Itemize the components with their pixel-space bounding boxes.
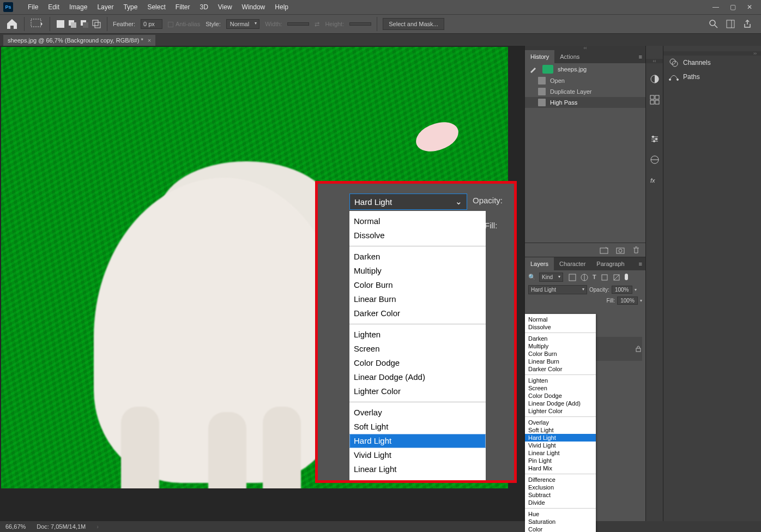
blend-option[interactable]: Multiply: [349, 264, 486, 278]
blend-option[interactable]: Color Dodge: [349, 356, 486, 370]
collapse-arrow-icon[interactable]: ››: [663, 51, 761, 56]
marquee-tool-icon[interactable]: [30, 18, 44, 30]
blend-option[interactable]: Color: [525, 525, 596, 532]
adjustments-icon[interactable]: [650, 134, 660, 144]
blend-option[interactable]: Overlay: [349, 406, 486, 420]
filter-adjustment-icon[interactable]: [581, 274, 588, 281]
style-select[interactable]: Normal ▾: [226, 19, 259, 29]
callout-blend-select[interactable]: Hard Light ⌄: [349, 194, 467, 210]
menu-file[interactable]: File: [23, 0, 43, 14]
blend-option[interactable]: Exclusion: [525, 483, 596, 491]
blend-option[interactable]: Lighten: [525, 377, 596, 384]
blend-option[interactable]: Hard Light: [349, 434, 486, 448]
blend-option[interactable]: Screen: [349, 342, 486, 356]
blend-option[interactable]: Lighter Color: [525, 407, 596, 415]
doc-size[interactable]: Doc: 7,05M/14,1M: [37, 523, 86, 530]
blend-option[interactable]: Linear Dodge (Add): [349, 370, 486, 384]
search-icon[interactable]: [709, 19, 718, 29]
menu-image[interactable]: Image: [64, 0, 92, 14]
filter-shape-icon[interactable]: [601, 274, 608, 281]
blend-option[interactable]: Linear Light: [349, 462, 486, 476]
blend-option[interactable]: Darken: [349, 250, 486, 264]
feather-input[interactable]: 0 px: [141, 19, 162, 29]
callout-blend-list[interactable]: NormalDissolveDarkenMultiplyColor BurnLi…: [349, 211, 486, 480]
layer-blend-select[interactable]: Hard Light: [528, 285, 587, 294]
color-icon[interactable]: [650, 74, 660, 84]
history-step[interactable]: Duplicate Layer: [525, 86, 645, 97]
select-and-mask-button[interactable]: Select and Mask...: [383, 18, 444, 30]
panel-menu-icon[interactable]: ≡: [636, 53, 645, 60]
blend-option[interactable]: Darker Color: [349, 306, 486, 321]
new-selection-icon[interactable]: [56, 19, 65, 29]
trash-icon[interactable]: [632, 246, 640, 254]
filter-type-icon[interactable]: T: [593, 274, 596, 281]
blend-option[interactable]: Difference: [525, 476, 596, 483]
tab-actions[interactable]: Actions: [554, 50, 585, 63]
new-snapshot-icon[interactable]: [600, 246, 608, 254]
styles-icon[interactable]: [650, 155, 660, 165]
menu-filter[interactable]: Filter: [171, 0, 195, 14]
layer-kind-select[interactable]: Kind: [539, 273, 563, 282]
fx-icon[interactable]: fx: [650, 176, 660, 185]
document-tab-close[interactable]: ×: [148, 37, 151, 44]
menu-layer[interactable]: Layer: [92, 0, 118, 14]
blend-option[interactable]: Saturation: [525, 518, 596, 525]
blend-option[interactable]: Vivid Light: [525, 442, 596, 449]
blend-option[interactable]: Linear Burn: [349, 292, 486, 306]
blend-option[interactable]: Color Burn: [349, 278, 486, 292]
menu-type[interactable]: Type: [118, 0, 142, 14]
blend-option[interactable]: Subtract: [525, 491, 596, 499]
blend-option[interactable]: Linear Burn: [525, 358, 596, 365]
home-icon[interactable]: [5, 17, 19, 31]
canvas-area[interactable]: Hard Light ⌄ Opacity: Fill: NormalDissol…: [0, 46, 524, 521]
blend-option[interactable]: Hue: [525, 510, 596, 518]
tab-character[interactable]: Character: [554, 257, 591, 270]
blend-option[interactable]: Color Burn: [525, 350, 596, 358]
collapse-arrow-icon[interactable]: ‹‹: [646, 59, 663, 63]
menu-window[interactable]: Window: [237, 0, 270, 14]
blend-option[interactable]: Soft Light: [349, 420, 486, 434]
workspace-switcher-icon[interactable]: [726, 20, 735, 28]
menu-edit[interactable]: Edit: [43, 0, 64, 14]
blend-option[interactable]: Darken: [525, 335, 596, 342]
blend-option[interactable]: Dissolve: [349, 228, 486, 243]
tab-history[interactable]: History: [525, 50, 554, 63]
panel-menu-icon[interactable]: ≡: [636, 261, 645, 267]
blend-option[interactable]: Pin Light: [525, 457, 596, 464]
subtract-selection-icon[interactable]: [80, 19, 89, 29]
tab-paragraph[interactable]: Paragraph: [591, 257, 630, 270]
document-tab[interactable]: sheeps.jpg @ 66,7% (Background copy, RGB…: [3, 35, 155, 46]
layer-row[interactable]: [596, 337, 642, 361]
blend-option[interactable]: Hard Light: [525, 434, 596, 442]
blend-option[interactable]: Dissolve: [525, 323, 596, 331]
collapse-arrow-icon[interactable]: ‹‹: [525, 46, 645, 50]
channels-tab[interactable]: Channels: [663, 56, 761, 70]
close-button[interactable]: ✕: [747, 3, 752, 11]
blend-option[interactable]: Color Dodge: [525, 392, 596, 400]
paths-tab[interactable]: Paths: [663, 70, 761, 84]
swatches-icon[interactable]: [650, 95, 660, 105]
fill-value[interactable]: 100%: [617, 297, 638, 305]
chevron-down-icon[interactable]: ▾: [640, 298, 642, 303]
filter-smart-icon[interactable]: [613, 274, 620, 281]
minimize-button[interactable]: —: [712, 3, 719, 11]
blend-option[interactable]: Lighten: [349, 328, 486, 342]
blend-option[interactable]: Vivid Light: [349, 448, 486, 462]
history-document-row[interactable]: sheeps.jpg: [525, 63, 645, 75]
menu-view[interactable]: View: [213, 0, 237, 14]
intersect-selection-icon[interactable]: [92, 19, 101, 29]
blend-option[interactable]: Linear Dodge (Add): [525, 400, 596, 407]
blend-option[interactable]: Lighter Color: [349, 384, 486, 398]
maximize-button[interactable]: ▢: [730, 3, 736, 11]
layer-blend-dropdown[interactable]: NormalDissolveDarkenMultiplyColor BurnLi…: [525, 314, 596, 532]
add-selection-icon[interactable]: [68, 19, 77, 29]
blend-option[interactable]: Darker Color: [525, 365, 596, 373]
history-step[interactable]: Open: [525, 75, 645, 86]
share-icon[interactable]: [742, 19, 752, 29]
blend-option[interactable]: Soft Light: [525, 426, 596, 434]
zoom-level[interactable]: 66,67%: [5, 523, 26, 530]
menu-help[interactable]: Help: [270, 0, 293, 14]
history-step[interactable]: High Pass: [525, 97, 645, 108]
blend-option[interactable]: Overlay: [525, 419, 596, 426]
blend-option[interactable]: Screen: [525, 384, 596, 392]
